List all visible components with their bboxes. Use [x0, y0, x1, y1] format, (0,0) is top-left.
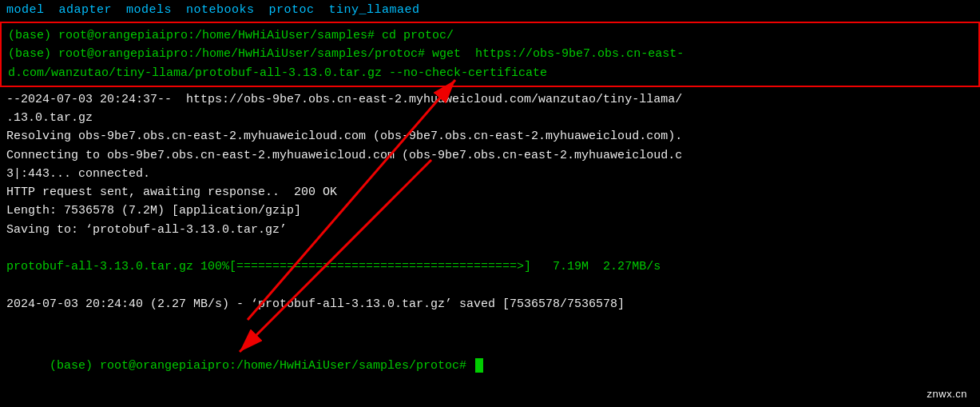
- highlighted-command-block: (base) root@orangepiaipro:/home/HwHiAiUs…: [0, 22, 980, 87]
- output-line-2: Resolving obs-9be7.obs.cn-east-2.myhuawe…: [6, 127, 974, 146]
- output-line-4: 3|:443... connected.: [6, 165, 974, 183]
- output-line-12: [6, 313, 974, 332]
- output-line-6: Length: 7536578 (7.2M) [application/gzip…: [6, 202, 974, 220]
- saved-line: 2024-07-03 20:24:40 (2.27 MB/s) - ‘proto…: [6, 295, 974, 313]
- output-line-0: --2024-07-03 20:24:37-- https://obs-9be7…: [6, 90, 974, 109]
- command-line-2: (base) root@orangepiaipro:/home/HwHiAiUs…: [8, 45, 972, 63]
- final-prompt-line: (base) root@orangepiaipro:/home/HwHiAiUs…: [6, 338, 974, 394]
- nav-item-model[interactable]: model: [6, 3, 45, 17]
- output-line-5: HTTP request sent, awaiting response.. 2…: [6, 183, 974, 202]
- output-line-10: [6, 276, 974, 294]
- nav-item-models[interactable]: models: [126, 3, 172, 17]
- output-block: --2024-07-03 20:24:37-- https://obs-9be7…: [0, 87, 980, 335]
- final-prompt-text: (base) root@orangepiaipro:/home/HwHiAiUs…: [50, 359, 474, 373]
- top-nav-bar: modeladaptermodelsnotebooksprotoctiny_ll…: [0, 0, 980, 22]
- watermark: znwx.cn: [924, 387, 970, 401]
- command-line-1: (base) root@orangepiaipro:/home/HwHiAiUs…: [8, 26, 972, 45]
- output-line-1: .13.0.tar.gz: [6, 109, 974, 127]
- nav-item-protoc[interactable]: protoc: [269, 3, 315, 17]
- cursor-block: [475, 358, 483, 373]
- output-line-7: Saving to: ‘protobuf-all-3.13.0.tar.gz’: [6, 221, 974, 239]
- nav-item-tiny-llamaed[interactable]: tiny_llamaed: [329, 3, 420, 17]
- nav-item-notebooks[interactable]: notebooks: [186, 3, 255, 17]
- output-line-3: Connecting to obs-9be7.obs.cn-east-2.myh…: [6, 146, 974, 165]
- command-line-3: d.com/wanzutao/tiny-llama/protobuf-all-3…: [8, 64, 972, 82]
- nav-item-adapter[interactable]: adapter: [59, 3, 113, 17]
- final-prompt-block: (base) root@orangepiaipro:/home/HwHiAiUs…: [0, 335, 980, 397]
- output-line-8: [6, 239, 974, 257]
- progress-line: protobuf-all-3.13.0.tar.gz 100%[========…: [6, 257, 974, 276]
- terminal-window: modeladaptermodelsnotebooksprotoctiny_ll…: [0, 0, 980, 407]
